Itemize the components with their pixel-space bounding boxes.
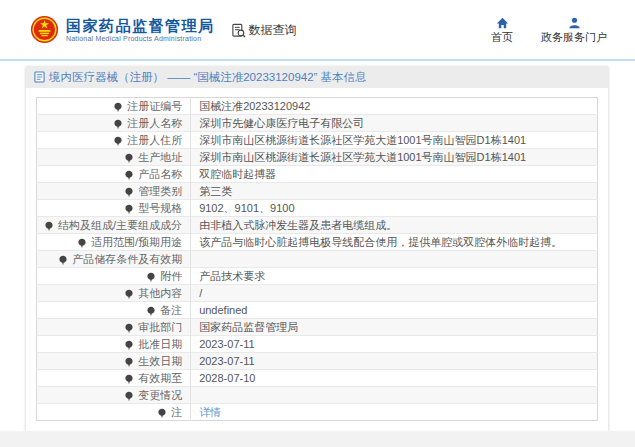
row-value: 深圳市南山区桃源街道长源社区学苑大道1001号南山智园D1栋1401 [199,151,526,163]
row-value: 双腔临时起搏器 [199,168,276,180]
row-value-cell: 第三类 [191,183,598,200]
note-pin-icon [125,153,133,164]
row-label-cell: 批准日期 [37,336,191,353]
row-label-cell: 生产地址 [37,149,191,166]
table-wrap: 注册证编号 国械注准20233120942 注册人名称 深圳市先健心康医疗电子有… [26,88,608,431]
row-label-cell: 变更情况 [37,387,191,404]
nav-portal-label: 政务服务门户 [541,31,607,43]
table-row: 附件 产品技术要求 [37,268,598,285]
row-label: 管理类别 [138,185,182,197]
table-row: 结构及组成/主要组成成分 由非植入式脉冲发生器及患者电缆组成。 [37,217,598,234]
row-label: 型号规格 [138,202,182,214]
data-query-label: 数据查询 [249,22,297,39]
row-value: 该产品与临时心脏起搏电极导线配合使用，提供单腔或双腔体外临时起搏。 [199,236,562,248]
row-label: 备注 [160,304,182,316]
row-value-cell: 国家药品监督管理局 [191,319,598,336]
header-right-nav: 首页 政务服务门户 [491,17,607,43]
table-row: 其他内容 / [37,285,598,302]
row-label: 其他内容 [138,287,182,299]
row-value-cell [191,387,598,404]
site-subtitle: National Medical Products Administration [66,35,215,42]
note-pin-icon [125,374,133,385]
row-value-cell: undefined [191,302,598,319]
row-label: 附件 [160,270,182,282]
table-row: 变更情况 [37,387,598,404]
row-value-cell: 产品技术要求 [191,268,598,285]
row-value-cell: 深圳市南山区桃源街道长源社区学苑大道1001号南山智园D1栋1401 [191,132,598,149]
row-value-cell: 2023-07-11 [191,353,598,370]
document-icon [34,71,45,83]
row-label-cell: 备注 [37,302,191,319]
row-label-cell: 注册人名称 [37,115,191,132]
row-label-cell: 注册证编号 [37,98,191,115]
page-bottom-strip [0,431,635,447]
info-table-body: 注册证编号 国械注准20233120942 注册人名称 深圳市先健心康医疗电子有… [37,98,598,421]
note-pin-icon [125,340,133,351]
row-value-cell: 2028-07-10 [191,370,598,387]
table-row: 批准日期 2023-07-11 [37,336,598,353]
header: 国家药品监督管理局 National Medical Products Admi… [0,0,635,61]
row-label: 有效期至 [138,372,182,384]
row-label: 注 [171,406,182,418]
row-label-cell: 有效期至 [37,370,191,387]
row-value: undefined [199,304,247,316]
table-row: 审批部门 国家药品监督管理局 [37,319,598,336]
row-value: 2023-07-11 [199,355,254,367]
row-value-cell: 深圳市南山区桃源街道长源社区学苑大道1001号南山智园D1栋1401 [191,149,598,166]
data-query-nav[interactable]: 数据查询 [231,22,297,39]
row-value: 产品技术要求 [199,270,265,282]
note-pin-icon [125,323,133,334]
row-label: 注册人住所 [127,134,182,146]
row-label-cell: 附件 [37,268,191,285]
data-query-icon [231,23,246,38]
row-value: 深圳市先健心康医疗电子有限公司 [199,117,364,129]
row-label: 审批部门 [138,321,182,333]
row-value-cell: 9102、9101、9100 [191,200,598,217]
row-value: 9102、9101、9100 [199,202,294,214]
table-row: 备注 undefined [37,302,598,319]
nav-home[interactable]: 首页 [491,17,513,43]
row-label: 生效日期 [138,355,182,367]
row-label: 生产地址 [138,151,182,163]
content-card: 境内医疗器械（注册） —— “国械注准20233120942” 基本信息 注册证… [26,66,608,431]
row-label-cell: 注册人住所 [37,132,191,149]
note-pin-icon [114,119,122,130]
nav-portal[interactable]: 政务服务门户 [541,17,607,43]
brand: 国家药品监督管理局 National Medical Products Admi… [30,15,215,44]
row-value-cell: / [191,285,598,302]
note-pin-icon [147,272,155,283]
table-row: 产品名称 双腔临时起搏器 [37,166,598,183]
row-value: / [199,287,202,299]
table-row: 注册人名称 深圳市先健心康医疗电子有限公司 [37,115,598,132]
row-value-cell: 2023-07-11 [191,336,598,353]
table-row: 管理类别 第三类 [37,183,598,200]
note-pin-icon [78,238,86,249]
row-value: 2028-07-10 [199,372,255,384]
table-row: 有效期至 2028-07-10 [37,370,598,387]
row-value: 深圳市南山区桃源街道长源社区学苑大道1001号南山智园D1栋1401 [199,134,526,146]
row-value-cell: 双腔临时起搏器 [191,166,598,183]
breadcrumb-text: 境内医疗器械（注册） —— “国械注准20233120942” 基本信息 [49,70,367,85]
row-label-cell: 适用范围/预期用途 [37,234,191,251]
row-label: 批准日期 [138,338,182,350]
note-pin-icon [125,357,133,368]
row-label-cell: 其他内容 [37,285,191,302]
table-row: 型号规格 9102、9101、9100 [37,200,598,217]
note-pin-icon [125,170,133,181]
row-label-cell: 结构及组成/主要组成成分 [37,217,191,234]
detail-link[interactable]: 详情 [199,406,221,418]
note-pin-icon [125,204,133,215]
note-pin-icon [147,306,155,317]
row-label: 变更情况 [138,389,182,401]
table-row: 注册证编号 国械注准20233120942 [37,98,598,115]
row-value-cell [191,251,598,268]
breadcrumb: 境内医疗器械（注册） —— “国械注准20233120942” 基本信息 [26,66,608,88]
note-pin-icon [125,391,133,402]
row-label-cell: 注 [37,404,191,421]
row-label-cell: 生效日期 [37,353,191,370]
table-row: 产品储存条件及有效期 [37,251,598,268]
note-pin-icon [125,187,133,198]
nav-home-label: 首页 [491,31,513,43]
row-value: 2023-07-11 [199,338,254,350]
table-row: 注册人住所 深圳市南山区桃源街道长源社区学苑大道1001号南山智园D1栋1401 [37,132,598,149]
